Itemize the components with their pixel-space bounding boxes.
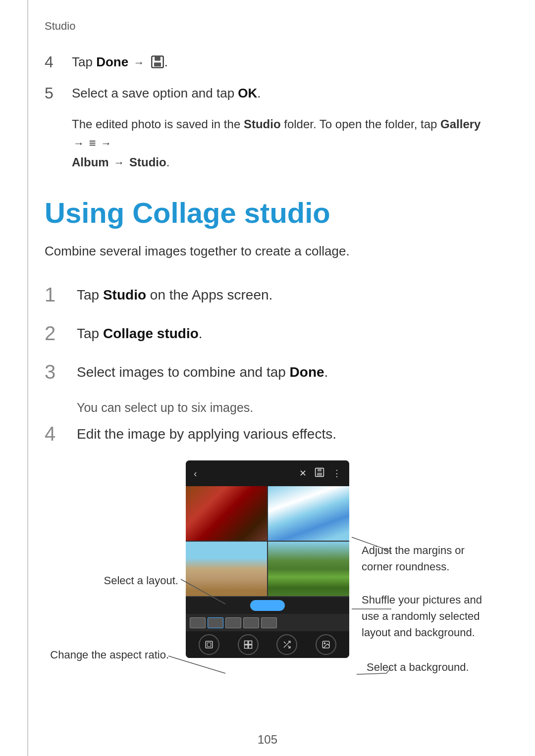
aspect-ratio-icon — [199, 634, 219, 655]
breadcrumb: Studio — [45, 20, 495, 33]
step-number-5: 5 — [45, 84, 72, 102]
collage-step-3: 3 Select images to combine and tap Done. — [45, 360, 495, 384]
layout-thumb-4 — [243, 617, 259, 628]
svg-rect-2 — [154, 62, 161, 66]
svg-rect-5 — [317, 473, 322, 476]
collage-step-num-2: 2 — [45, 321, 77, 345]
svg-rect-10 — [244, 645, 248, 649]
oval-button-row — [186, 597, 349, 614]
collage-step-text-2: Tap Collage studio. — [77, 321, 203, 344]
adjust-margins-annotation: Adjust the margins or corner roundness. — [362, 542, 485, 575]
collage-cell-sky — [268, 486, 349, 541]
phone-topbar: ‹ ✕ ⋮ — [186, 460, 349, 486]
step-5-content: Select a save option and tap OK. — [72, 84, 495, 103]
step-4-top: 4 Tap Done → . — [45, 52, 495, 72]
collage-cell-berries — [186, 486, 267, 541]
svg-rect-9 — [249, 641, 252, 645]
change-aspect-annotation: Change the aspect ratio. — [40, 649, 169, 661]
screenshot-section: Select a layout. Change the aspect ratio… — [40, 460, 495, 703]
svg-rect-6 — [206, 642, 213, 649]
layout-thumb-1 — [190, 617, 206, 628]
layout-thumb-3 — [225, 617, 241, 628]
back-icon: ‹ — [194, 468, 197, 479]
phone-mockup: ‹ ✕ ⋮ — [186, 460, 349, 658]
shuffle-icon — [276, 634, 297, 655]
collage-step-2: 2 Tap Collage studio. — [45, 321, 495, 345]
close-icon: ✕ — [299, 468, 307, 479]
save-icon — [315, 467, 324, 480]
collage-step-num-3: 3 — [45, 360, 77, 384]
section-title: Using Collage studio — [45, 197, 495, 230]
collage-step-text-1: Tap Studio on the Apps screen. — [77, 283, 272, 305]
svg-point-13 — [324, 643, 325, 644]
layout-thumb-2 — [208, 617, 223, 628]
left-border — [27, 0, 28, 756]
collage-grid — [186, 486, 349, 597]
svg-line-15 — [168, 656, 225, 673]
collage-cell-beach — [186, 542, 267, 596]
collage-step-1: 1 Tap Studio on the Apps screen. — [45, 283, 495, 306]
shuffle-annotation: Shuffle your pictures and use a randomly… — [362, 592, 485, 641]
svg-rect-4 — [318, 468, 321, 472]
phone-bottom-bar — [186, 631, 349, 658]
step-5-note: The edited photo is saved in the Studio … — [72, 115, 495, 172]
page-number: 105 — [40, 733, 495, 747]
layout-strip — [186, 614, 349, 631]
collage-step-num-1: 1 — [45, 283, 77, 306]
step-number-4: 4 — [45, 52, 72, 71]
collage-step-num-4: 4 — [45, 422, 77, 446]
step-4-content: Tap Done → . — [72, 52, 495, 72]
oval-btn — [250, 600, 285, 611]
step-3-note: You can select up to six images. — [77, 399, 495, 417]
svg-rect-8 — [244, 641, 248, 645]
more-icon: ⋮ — [332, 468, 341, 479]
svg-rect-1 — [155, 56, 160, 60]
step-5-top: 5 Select a save option and tap OK. — [45, 84, 495, 103]
select-layout-annotation: Select a layout. — [79, 574, 178, 587]
layout-icon — [238, 634, 259, 655]
collage-cell-field — [268, 542, 349, 596]
section-desc: Combine several images together to creat… — [45, 242, 495, 261]
layout-thumb-5 — [261, 617, 277, 628]
svg-rect-7 — [208, 643, 212, 647]
collage-step-text-4: Edit the image by applying various effec… — [77, 422, 336, 445]
svg-rect-11 — [249, 645, 252, 649]
select-background-annotation: Select a background. — [367, 661, 485, 674]
collage-step-text-3: Select images to combine and tap Done. — [77, 360, 328, 383]
background-icon — [316, 634, 336, 655]
collage-step-4: 4 Edit the image by applying various eff… — [45, 422, 495, 446]
